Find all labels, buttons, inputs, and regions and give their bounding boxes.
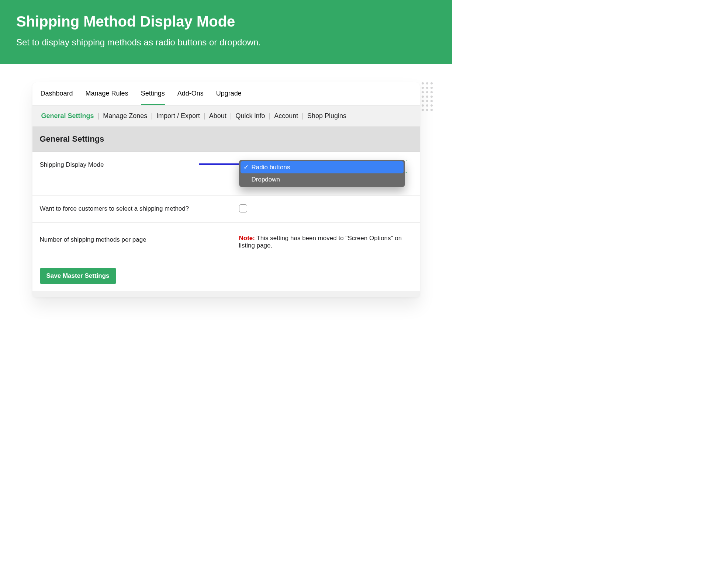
subtab-import-export[interactable]: Import / Export bbox=[153, 112, 204, 120]
row-methods-per-page: Number of shipping methods per page Note… bbox=[32, 223, 420, 261]
option-radio-buttons[interactable]: ✓ Radio buttons bbox=[241, 161, 404, 173]
section-heading: General Settings bbox=[32, 127, 420, 152]
note-methods-per-page: Note: This setting has been moved to "Sc… bbox=[239, 235, 412, 249]
save-master-settings-button[interactable]: Save Master Settings bbox=[40, 268, 116, 284]
save-row: Save Master Settings bbox=[32, 261, 420, 291]
hero-banner: Shipping Method Display Mode Set to disp… bbox=[0, 0, 452, 64]
decorative-dot-grid bbox=[422, 82, 436, 111]
secondary-tabs: General Settings | Manage Zones | Import… bbox=[32, 106, 420, 127]
label-shipping-display-mode: Shipping Display Mode bbox=[40, 160, 239, 169]
note-prefix: Note: bbox=[239, 235, 255, 242]
subtab-shop-plugins[interactable]: Shop Plugins bbox=[304, 112, 350, 120]
force-select-checkbox[interactable] bbox=[239, 204, 247, 212]
subtab-quick-info[interactable]: Quick info bbox=[232, 112, 269, 120]
content-stage: Dashboard Manage Rules Settings Add-Ons … bbox=[0, 64, 452, 338]
tab-dashboard[interactable]: Dashboard bbox=[41, 82, 73, 105]
subtab-general-settings[interactable]: General Settings bbox=[38, 112, 98, 120]
subtab-about[interactable]: About bbox=[205, 112, 230, 120]
page-subtitle: Set to display shipping methods as radio… bbox=[16, 37, 436, 48]
row-shipping-display-mode: Shipping Display Mode ✓ Radio buttons ✓ bbox=[32, 152, 420, 196]
shipping-display-mode-dropdown[interactable]: ✓ Radio buttons ✓ Dropdown bbox=[239, 160, 405, 187]
row-force-select: Want to force customers to select a ship… bbox=[32, 196, 420, 223]
check-icon: ✓ bbox=[243, 163, 249, 171]
option-label: Radio buttons bbox=[252, 164, 290, 171]
control-shipping-display-mode: ✓ Radio buttons ✓ Dropdown bbox=[239, 160, 412, 187]
settings-panel: Dashboard Manage Rules Settings Add-Ons … bbox=[32, 82, 420, 297]
tab-upgrade[interactable]: Upgrade bbox=[216, 82, 242, 105]
primary-tabs: Dashboard Manage Rules Settings Add-Ons … bbox=[32, 82, 420, 106]
label-methods-per-page: Number of shipping methods per page bbox=[40, 235, 239, 243]
note-text: This setting has been moved to "Screen O… bbox=[239, 235, 402, 249]
tab-manage-rules[interactable]: Manage Rules bbox=[86, 82, 128, 105]
subtab-account[interactable]: Account bbox=[270, 112, 302, 120]
tab-settings[interactable]: Settings bbox=[141, 82, 165, 105]
option-dropdown[interactable]: ✓ Dropdown bbox=[241, 173, 404, 186]
control-force-select bbox=[239, 204, 412, 214]
option-label: Dropdown bbox=[252, 176, 280, 183]
tab-add-ons[interactable]: Add-Ons bbox=[177, 82, 204, 105]
label-force-select: Want to force customers to select a ship… bbox=[40, 204, 239, 212]
subtab-manage-zones[interactable]: Manage Zones bbox=[99, 112, 151, 120]
page-title: Shipping Method Display Mode bbox=[16, 13, 436, 30]
